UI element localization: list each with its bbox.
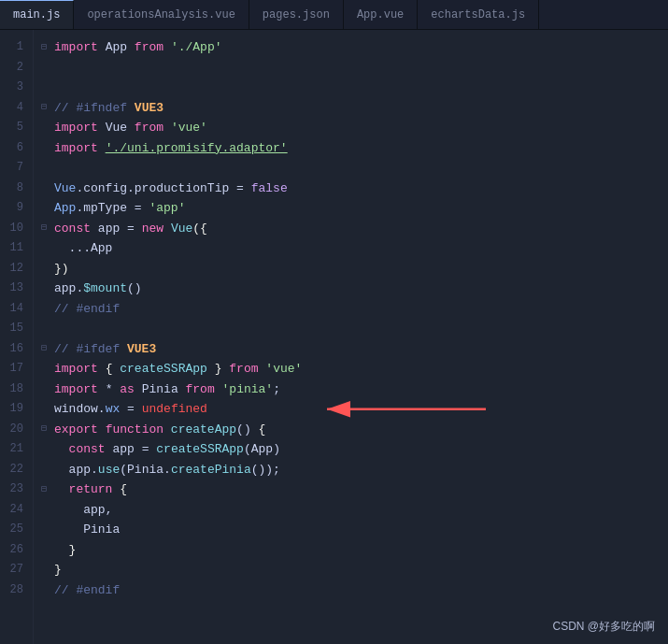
line-number-1: 1 bbox=[7, 37, 23, 58]
line-number-17: 17 bbox=[7, 359, 23, 379]
fold-indicator-9 bbox=[41, 201, 54, 217]
tab-echartsData-js[interactable]: echartsData.js bbox=[418, 0, 539, 29]
fold-indicator-25 bbox=[41, 522, 54, 538]
line-number-25: 25 bbox=[7, 520, 23, 540]
code-line-1: ⊟import App from './App' bbox=[41, 37, 302, 58]
line-number-28: 28 bbox=[7, 580, 23, 601]
line-number-13: 13 bbox=[7, 279, 23, 299]
code-line-19: window.wx = undefined bbox=[41, 399, 302, 420]
code-line-24: app, bbox=[41, 500, 302, 521]
fold-indicator-26 bbox=[41, 542, 54, 558]
fold-indicator-4[interactable]: ⊟ bbox=[41, 100, 54, 116]
line-numbers: 1234567891011121314151617181920212223242… bbox=[0, 30, 34, 644]
code-line-26: } bbox=[41, 540, 302, 561]
code-line-25: Pinia bbox=[41, 520, 302, 540]
code-line-10: ⊟const app = new Vue({ bbox=[41, 219, 302, 239]
line-number-12: 12 bbox=[7, 259, 23, 279]
line-number-7: 7 bbox=[7, 158, 23, 179]
line-number-9: 9 bbox=[7, 198, 23, 219]
line-number-16: 16 bbox=[7, 339, 23, 360]
line-number-18: 18 bbox=[7, 379, 23, 400]
line-number-2: 2 bbox=[7, 58, 23, 79]
code-line-13: app.$mount() bbox=[41, 279, 302, 299]
line-number-15: 15 bbox=[7, 319, 23, 339]
line-number-4: 4 bbox=[7, 98, 23, 119]
line-number-6: 6 bbox=[7, 138, 23, 159]
fold-indicator-20[interactable]: ⊟ bbox=[41, 422, 54, 437]
fold-indicator-24 bbox=[41, 502, 54, 518]
tab-operationsAnalysis-vue[interactable]: operationsAnalysis.vue bbox=[74, 0, 249, 29]
line-number-20: 20 bbox=[7, 420, 23, 440]
line-number-14: 14 bbox=[7, 299, 23, 320]
line-number-21: 21 bbox=[7, 439, 23, 460]
line-number-3: 3 bbox=[7, 78, 23, 98]
code-line-14: // #endif bbox=[41, 299, 302, 320]
fold-indicator-10[interactable]: ⊟ bbox=[41, 221, 54, 236]
code-line-8: Vue.config.productionTip = false bbox=[41, 179, 302, 199]
fold-indicator-17 bbox=[41, 362, 54, 378]
editor: 1234567891011121314151617181920212223242… bbox=[0, 30, 302, 644]
tab-pages-json[interactable]: pages.json bbox=[249, 0, 344, 29]
code-line-3 bbox=[41, 78, 302, 98]
fold-indicator-5 bbox=[41, 121, 54, 136]
line-number-24: 24 bbox=[7, 500, 23, 521]
tab-bar: main.jsoperationsAnalysis.vuepages.jsonA… bbox=[0, 0, 668, 30]
code-line-17: import { createSSRApp } from 'vue' bbox=[41, 359, 302, 379]
fold-indicator-3 bbox=[41, 80, 54, 96]
line-number-10: 10 bbox=[7, 219, 23, 239]
line-number-22: 22 bbox=[7, 460, 23, 480]
fold-indicator-21 bbox=[41, 442, 54, 458]
code-line-7 bbox=[41, 158, 302, 179]
code-content: ⊟import App from './App' ⊟// #ifndef VUE… bbox=[34, 30, 302, 644]
fold-indicator-1[interactable]: ⊟ bbox=[41, 40, 54, 56]
code-line-6: import './uni.promisify.adaptor' bbox=[41, 138, 302, 159]
fold-indicator-2 bbox=[41, 60, 54, 76]
line-number-5: 5 bbox=[7, 118, 23, 138]
fold-indicator-6 bbox=[41, 140, 54, 156]
fold-indicator-8 bbox=[41, 180, 54, 196]
code-line-23: ⊟ return { bbox=[41, 479, 302, 500]
code-line-22: app.use(Pinia.createPinia()); bbox=[41, 460, 302, 480]
tab-main-js[interactable]: main.js bbox=[0, 0, 74, 29]
fold-indicator-15 bbox=[41, 322, 54, 337]
code-line-20: ⊟export function createApp() { bbox=[41, 420, 302, 440]
fold-indicator-22 bbox=[41, 462, 54, 478]
fold-indicator-12 bbox=[41, 261, 54, 277]
fold-indicator-27 bbox=[41, 563, 54, 579]
fold-indicator-23[interactable]: ⊟ bbox=[41, 482, 54, 498]
fold-indicator-19 bbox=[41, 402, 54, 418]
line-number-27: 27 bbox=[7, 560, 23, 580]
code-line-4: ⊟// #ifndef VUE3 bbox=[41, 98, 302, 119]
fold-indicator-18 bbox=[41, 381, 54, 397]
tab-App-vue[interactable]: App.vue bbox=[344, 0, 418, 29]
code-line-15 bbox=[41, 319, 302, 339]
code-line-28: // #endif bbox=[41, 580, 302, 601]
fold-indicator-28 bbox=[41, 582, 54, 598]
code-line-2 bbox=[41, 58, 302, 79]
watermark: CSDN @好多吃的啊 bbox=[552, 619, 655, 635]
fold-indicator-11 bbox=[41, 241, 54, 257]
code-line-9: App.mpType = 'app' bbox=[41, 198, 302, 219]
line-number-8: 8 bbox=[7, 179, 23, 199]
line-number-26: 26 bbox=[7, 540, 23, 561]
code-line-18: import * as Pinia from 'pinia'; bbox=[41, 379, 302, 400]
code-line-11: ...App bbox=[41, 238, 302, 259]
code-line-21: const app = createSSRApp(App) bbox=[41, 439, 302, 460]
fold-indicator-16[interactable]: ⊟ bbox=[41, 341, 54, 357]
line-number-19: 19 bbox=[7, 399, 23, 420]
fold-indicator-14 bbox=[41, 301, 54, 317]
fold-indicator-7 bbox=[41, 161, 54, 177]
line-number-11: 11 bbox=[7, 238, 23, 259]
code-line-16: ⊟// #ifdef VUE3 bbox=[41, 339, 302, 360]
line-number-23: 23 bbox=[7, 479, 23, 500]
code-line-27: } bbox=[41, 560, 302, 580]
fold-indicator-13 bbox=[41, 281, 54, 297]
code-line-5: import Vue from 'vue' bbox=[41, 118, 302, 138]
code-line-12: }) bbox=[41, 259, 302, 279]
